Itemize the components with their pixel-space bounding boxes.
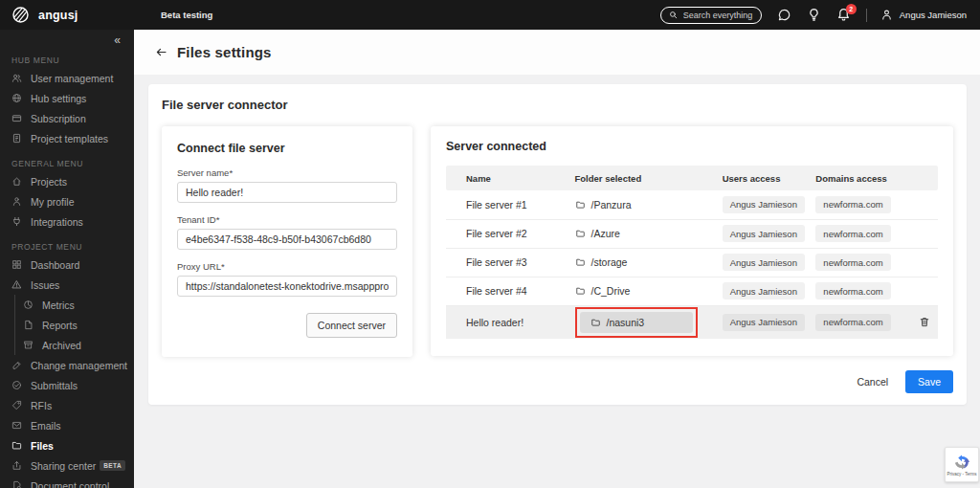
servers-table: Name Folder selected Users access Domain… xyxy=(446,166,938,339)
col-header-domains: Domains access xyxy=(810,166,913,190)
folder-cell: /Azure xyxy=(575,228,711,239)
folder-icon xyxy=(11,440,22,451)
sidebar-item-integrations[interactable]: Integrations xyxy=(0,211,134,232)
search-input[interactable] xyxy=(683,11,753,20)
profile-icon xyxy=(11,196,22,207)
dashboard-icon xyxy=(11,259,22,270)
server-name-field[interactable] xyxy=(177,182,397,203)
environment-label: Beta testing xyxy=(161,10,212,20)
server-name-cell: File server #1 xyxy=(446,190,569,219)
tenant-id-field[interactable] xyxy=(177,229,397,250)
metrics-icon xyxy=(23,299,33,310)
recaptcha-text: Privacy - Terms xyxy=(947,472,977,477)
cancel-button[interactable]: Cancel xyxy=(857,376,888,388)
recaptcha-badge[interactable]: Privacy - Terms xyxy=(945,447,979,482)
folder-cell: /Panzura xyxy=(575,199,711,211)
sidebar-item-change-management[interactable]: Change management xyxy=(0,355,134,375)
sidebar-item-hub-settings[interactable]: Hub settings xyxy=(0,88,134,108)
user-access-chip: Angus Jamieson xyxy=(723,314,805,331)
sidebar-item-sharing-center[interactable]: Sharing center BETA xyxy=(0,455,134,476)
col-header-actions xyxy=(913,166,938,190)
card-title: File server connector xyxy=(162,98,953,112)
table-row: File server #2 /Azure Angus Jamieson new… xyxy=(446,219,938,248)
red-annotation-box: /nasuni3 xyxy=(575,307,698,338)
integrations-icon xyxy=(11,216,22,227)
sidebar-item-document-control[interactable]: Document control xyxy=(0,476,134,488)
folder-icon xyxy=(575,200,586,210)
user-menu[interactable]: Angus Jamieson xyxy=(880,9,967,21)
table-row: File server #1 /Panzura Angus Jamieson n… xyxy=(446,190,938,219)
domain-access-chip: newforma.com xyxy=(815,225,890,242)
server-name-cell: File server #4 xyxy=(446,277,569,305)
sidebar-item-rfis[interactable]: RFIs xyxy=(0,395,134,415)
tenant-id-label: Tenant ID* xyxy=(177,214,397,225)
page-header: Files settings xyxy=(134,30,980,75)
sidebar-item-files[interactable]: Files xyxy=(0,435,134,455)
collapse-sidebar-icon[interactable]: « xyxy=(0,32,134,45)
sidebar: « HUB MENU User management Hub settings … xyxy=(0,30,134,488)
reports-icon xyxy=(23,320,33,330)
brand[interactable]: angusj xyxy=(0,6,134,24)
sidebar-item-emails[interactable]: Emails xyxy=(0,415,134,435)
server-connected-title: Server connected xyxy=(446,140,938,153)
table-row-selected: Hello reader! /nasuni3 An xyxy=(446,305,938,339)
sidebar-item-metrics[interactable]: Metrics xyxy=(15,295,134,315)
home-icon xyxy=(11,176,22,187)
chat-icon xyxy=(777,8,791,22)
section-label-project-menu: PROJECT MENU xyxy=(0,232,134,255)
domain-access-chip: newforma.com xyxy=(815,314,890,331)
proxy-url-field[interactable] xyxy=(177,276,397,297)
rfi-icon xyxy=(11,400,22,410)
subscription-icon xyxy=(11,113,22,123)
sidebar-item-subscription[interactable]: Subscription xyxy=(0,108,134,128)
folder-cell: /C_Drive xyxy=(575,285,711,297)
sidebar-item-my-profile[interactable]: My profile xyxy=(0,191,134,211)
sidebar-item-project-templates[interactable]: Project templates xyxy=(0,128,134,148)
whats-new-button[interactable] xyxy=(807,8,821,22)
chat-button[interactable] xyxy=(777,8,791,22)
user-name: Angus Jamieson xyxy=(900,10,967,20)
global-search[interactable] xyxy=(660,7,762,24)
delete-icon[interactable] xyxy=(919,316,932,328)
sidebar-item-dashboard[interactable]: Dashboard xyxy=(0,255,134,275)
sidebar-item-user-management[interactable]: User management xyxy=(0,68,134,88)
users-icon xyxy=(11,73,22,83)
sidebar-item-reports[interactable]: Reports xyxy=(15,315,134,335)
lightbulb-icon xyxy=(807,8,821,22)
notification-badge: 2 xyxy=(846,4,857,14)
mail-icon xyxy=(11,420,22,431)
folder-icon xyxy=(575,229,586,238)
share-icon xyxy=(11,460,22,471)
top-bar: angusj Beta testing 2 Angus Jamieson xyxy=(0,0,980,30)
domain-access-chip: newforma.com xyxy=(815,282,890,299)
folder-icon xyxy=(590,318,601,327)
connect-file-server-panel: Connect file server Server name* Tenant … xyxy=(162,126,412,357)
user-access-chip: Angus Jamieson xyxy=(723,254,805,271)
file-server-connector-card: File server connector Connect file serve… xyxy=(148,84,967,405)
beta-badge: BETA xyxy=(100,460,125,471)
template-icon xyxy=(11,133,22,144)
brand-logo-icon xyxy=(11,6,30,24)
connect-server-button[interactable]: Connect server xyxy=(306,313,397,338)
server-name-cell: File server #3 xyxy=(446,248,569,277)
issues-subtree: Metrics Reports Archived xyxy=(14,295,134,355)
folder-select-button[interactable]: /nasuni3 xyxy=(580,312,693,333)
change-management-icon xyxy=(11,360,22,370)
sidebar-item-archived[interactable]: Archived xyxy=(15,335,134,355)
server-name-cell: Hello reader! xyxy=(446,305,569,339)
col-header-folder: Folder selected xyxy=(569,166,717,190)
main-content: Files settings File server connector Con… xyxy=(134,30,980,488)
section-label-general-menu: GENERAL MENU xyxy=(0,148,134,171)
sidebar-item-projects[interactable]: Projects xyxy=(0,171,134,191)
sidebar-item-issues[interactable]: Issues xyxy=(0,275,134,295)
back-arrow-icon[interactable] xyxy=(155,46,167,58)
section-label-hub-menu: HUB MENU xyxy=(0,45,134,68)
save-button[interactable]: Save xyxy=(905,370,953,393)
proxy-url-label: Proxy URL* xyxy=(177,261,397,272)
page-title: Files settings xyxy=(177,44,272,60)
globe-icon xyxy=(11,93,22,103)
folder-icon xyxy=(575,257,586,267)
sidebar-item-submittals[interactable]: Submittals xyxy=(0,375,134,395)
notifications-button[interactable]: 2 xyxy=(836,8,851,22)
user-access-chip: Angus Jamieson xyxy=(723,196,805,213)
